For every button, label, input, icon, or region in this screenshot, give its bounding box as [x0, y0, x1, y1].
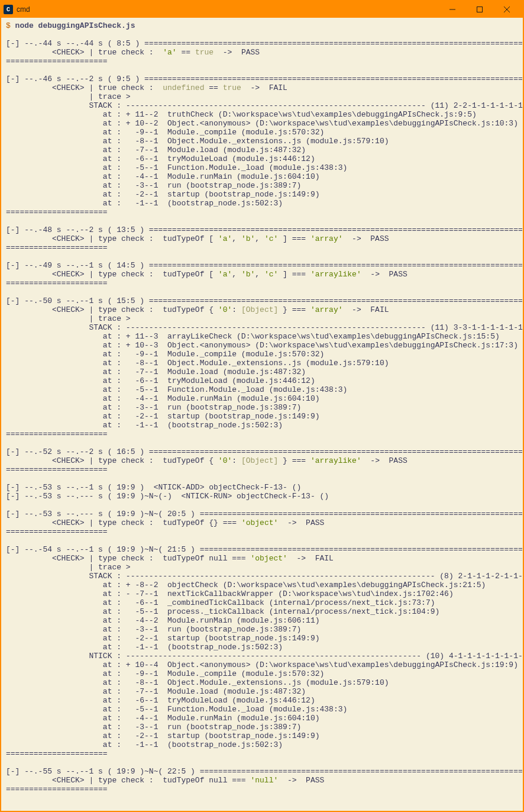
terminal-line: | trace > [6, 314, 518, 323]
terminal-line [6, 536, 518, 545]
terminal-line: [-] --.-48 s --.--2 s ( 13:5 ) =========… [6, 225, 518, 234]
terminal-line: at : -3--1 run (bootstrap_node.js:389:7) [6, 403, 518, 412]
terminal-line: at : + 11--3 arrayLikeCheck (D:\workspac… [6, 332, 518, 341]
terminal-line: ====================== [6, 208, 518, 217]
terminal-line: at : -6--1 _combinedTickCallback (intern… [6, 598, 518, 607]
terminal-line [6, 252, 518, 261]
window-title: cmd [17, 5, 30, 14]
terminal-line: <CHECK> | type check : tudTypeOf [ 'a', … [6, 270, 518, 279]
terminal-line: $ node debuggingAPIsCheck.js [6, 21, 518, 30]
terminal-line: STACK : --------------------------------… [6, 323, 518, 332]
terminal-line: STACK : --------------------------------… [6, 101, 518, 110]
terminal-line: ====================== [6, 430, 518, 439]
terminal-line [6, 439, 518, 447]
terminal-line: at : -1--1 (bootstrap_node.js:502:3) [6, 740, 518, 749]
terminal-line: at : -7--1 Module.load (module.js:487:32… [6, 687, 518, 696]
terminal-line: NTICK : --------------------------------… [6, 652, 518, 660]
terminal-line: at : -7--1 Module.load (module.js:487:32… [6, 368, 518, 376]
terminal-window: C cmd $ node debuggingAPIsCheck.js [-] -… [0, 0, 524, 812]
terminal-line: at : -8--1 Object.Module._extensions..js… [6, 678, 518, 687]
terminal-line: ====================== [6, 279, 518, 288]
title-left: C cmd [4, 5, 30, 14]
terminal-line: <CHECK> | type check : tudTypeOf { '0': … [6, 305, 518, 314]
terminal-line: at : -5--1 Function.Module._load (module… [6, 705, 518, 714]
terminal-line: ====================== [6, 465, 518, 474]
window-controls [439, 1, 520, 18]
terminal-line: at : -5--1 process._tickCallback (intern… [6, 607, 518, 616]
terminal-line: [-] --.-52 s --.--2 s ( 16:5 ) =========… [6, 447, 518, 456]
terminal-line: at : -9--1 Module._compile (module.js:57… [6, 128, 518, 137]
terminal-line: at : -4--1 Module.runMain (module.js:604… [6, 714, 518, 723]
terminal-line [6, 474, 518, 483]
terminal-line: at : -7--1 Module.load (module.js:487:32… [6, 146, 518, 154]
terminal-line: at : + 10--2 Object.<anonymous> (D:\work… [6, 119, 518, 128]
terminal-line: at : -9--1 Module._compile (module.js:57… [6, 350, 518, 359]
terminal-line [6, 288, 518, 297]
terminal-line: at : -1--1 (bootstrap_node.js:502:3) [6, 421, 518, 430]
terminal-line: at : - -7--1 nextTickCallbackWrapper (D:… [6, 589, 518, 598]
terminal-line [6, 501, 518, 510]
terminal-line: at : -2--1 startup (bootstrap_node.js:14… [6, 190, 518, 199]
terminal-line [6, 758, 518, 767]
terminal-output[interactable]: $ node debuggingAPIsCheck.js [-] --.-44 … [1, 18, 523, 797]
terminal-line: STACK : --------------------------------… [6, 572, 518, 581]
terminal-line: <CHECK> | type check : tudTypeOf { '0': … [6, 456, 518, 465]
terminal-line: [-] --.-55 s --.--1 s ( 19:9 )~N~( 22:5 … [6, 767, 518, 776]
terminal-line: at : -2--1 startup (bootstrap_node.js:14… [6, 634, 518, 643]
terminal-line: at : -3--1 run (bootstrap_node.js:389:7) [6, 625, 518, 634]
terminal-line: ====================== [6, 57, 518, 66]
terminal-line: at : -8--1 Object.Module._extensions..js… [6, 137, 518, 146]
terminal-line: [-] --.-44 s --.-44 s ( 8:5 ) ==========… [6, 39, 518, 48]
terminal-line: at : -8--1 Object.Module._extensions..js… [6, 359, 518, 368]
terminal-line: at : -3--1 run (bootstrap_node.js:389:7) [6, 723, 518, 732]
svg-rect-1 [477, 7, 483, 12]
terminal-line: ====================== [6, 749, 518, 758]
terminal-line [6, 217, 518, 225]
terminal-line: | trace > [6, 563, 518, 572]
app-icon: C [4, 5, 13, 14]
terminal-line: [-] --.-53 s --.--- s ( 19:9 )~N~(-) <NT… [6, 492, 518, 501]
close-button[interactable] [493, 1, 520, 18]
terminal-line: ====================== [6, 243, 518, 252]
terminal-line: at : + 10--3 Object.<anonymous> (D:\work… [6, 341, 518, 350]
terminal-line: at : -6--1 tryModuleLoad (module.js:446:… [6, 154, 518, 163]
terminal-line: <CHECK> | true check : 'a' == true -> PA… [6, 48, 518, 57]
terminal-line: ====================== [6, 527, 518, 536]
terminal-line: at : -1--1 (bootstrap_node.js:502:3) [6, 643, 518, 652]
terminal-line: <CHECK> | type check : tudTypeOf null ==… [6, 776, 518, 785]
terminal-line: [-] --.-53 s --.--- s ( 19:9 )~N~( 20:5 … [6, 510, 518, 518]
terminal-line: [-] --.-46 s --.--2 s ( 9:5 ) ==========… [6, 75, 518, 83]
terminal-line: [-] --.-50 s --.--1 s ( 15:5 ) =========… [6, 297, 518, 305]
terminal-line: <CHECK> | true check : undefined == true… [6, 83, 518, 92]
terminal-line: at : -5--1 Function.Module._load (module… [6, 163, 518, 172]
terminal-line: at : -4--1 Module.runMain (module.js:604… [6, 172, 518, 181]
terminal-line: [-] --.-53 s --.--1 s ( 19:9 ) <NTICK-AD… [6, 483, 518, 492]
terminal-line: at : + 11--2 truthCheck (D:\workspace\ws… [6, 110, 518, 119]
terminal-line: at : -6--1 tryModuleLoad (module.js:446:… [6, 696, 518, 705]
titlebar[interactable]: C cmd [1, 1, 523, 18]
terminal-line: at : -1--1 (bootstrap_node.js:502:3) [6, 199, 518, 208]
maximize-button[interactable] [466, 1, 493, 18]
terminal-line: [-] --.-49 s --.--1 s ( 14:5 ) =========… [6, 261, 518, 270]
terminal-line: [-] --.-54 s --.--1 s ( 19:9 )~N~( 21:5 … [6, 545, 518, 554]
terminal-line: ====================== [6, 785, 518, 794]
terminal-line: at : -9--1 Module._compile (module.js:57… [6, 669, 518, 678]
terminal-line: at : -4--1 Module.runMain (module.js:604… [6, 394, 518, 403]
terminal-line: at : + -8--2 objectCheck (D:\workspace\w… [6, 581, 518, 589]
terminal-line: at : + 10--4 Object.<anonymous> (D:\work… [6, 660, 518, 669]
minimize-button[interactable] [439, 1, 466, 18]
terminal-line: at : -3--1 run (bootstrap_node.js:389:7) [6, 181, 518, 190]
terminal-line [6, 30, 518, 39]
terminal-line: at : -2--1 startup (bootstrap_node.js:14… [6, 732, 518, 740]
terminal-line: <CHECK> | type check : tudTypeOf null ==… [6, 554, 518, 563]
terminal-line: <CHECK> | type check : tudTypeOf {} === … [6, 518, 518, 527]
terminal-line: at : -2--1 startup (bootstrap_node.js:14… [6, 412, 518, 421]
terminal-line: at : -5--1 Function.Module._load (module… [6, 385, 518, 394]
terminal-line: at : -6--1 tryModuleLoad (module.js:446:… [6, 376, 518, 385]
terminal-line: <CHECK> | type check : tudTypeOf [ 'a', … [6, 234, 518, 243]
terminal-line [6, 66, 518, 75]
terminal-line: | trace > [6, 92, 518, 101]
terminal-line: at : -4--2 Module.runMain (module.js:606… [6, 616, 518, 625]
